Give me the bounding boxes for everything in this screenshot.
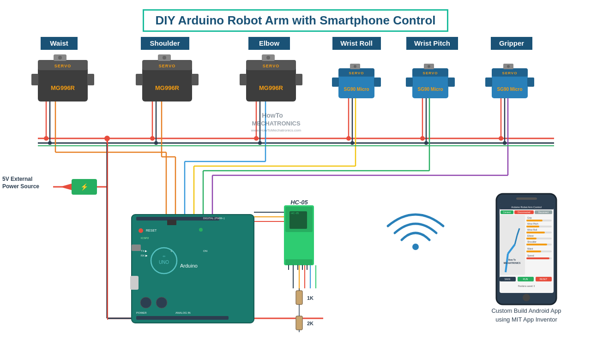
- svg-rect-192: [526, 238, 537, 239]
- svg-rect-0: [41, 37, 78, 50]
- svg-rect-200: [526, 257, 552, 259]
- svg-text:SG90 Micro: SG90 Micro: [497, 87, 522, 92]
- svg-point-57: [507, 65, 510, 68]
- svg-text:MG996R: MG996R: [155, 84, 180, 91]
- svg-rect-174: [500, 215, 525, 275]
- svg-rect-18: [31, 74, 38, 85]
- svg-text:2K: 2K: [307, 321, 314, 326]
- svg-text:Gripper: Gripper: [499, 39, 524, 47]
- svg-text:ANALOG IN: ANALOG IN: [175, 311, 191, 314]
- svg-line-176: [508, 245, 515, 254]
- svg-rect-202: [500, 277, 516, 281]
- svg-marker-78: [84, 185, 91, 189]
- svg-rect-162: [496, 194, 556, 304]
- svg-text:www.HowToMechatronics.com: www.HowToMechatronics.com: [251, 128, 302, 132]
- svg-line-178: [517, 228, 519, 235]
- svg-text:using MIT App Inventor: using MIT App Inventor: [495, 316, 557, 323]
- svg-rect-121: [132, 215, 254, 323]
- svg-point-224: [350, 141, 354, 145]
- svg-point-215: [150, 136, 155, 141]
- svg-rect-59: [527, 78, 534, 87]
- svg-rect-37: [338, 68, 374, 77]
- svg-marker-159: [60, 184, 72, 190]
- svg-rect-148: [285, 259, 313, 265]
- svg-rect-166: [500, 203, 554, 209]
- svg-text:HC-05: HC-05: [290, 199, 308, 206]
- svg-rect-185: [526, 226, 552, 227]
- svg-point-164: [523, 294, 530, 301]
- svg-point-218: [420, 136, 425, 141]
- svg-rect-40: [350, 64, 360, 69]
- svg-rect-206: [536, 277, 552, 281]
- svg-rect-189: [526, 232, 545, 233]
- svg-rect-53: [492, 68, 528, 77]
- svg-line-177: [515, 235, 517, 245]
- svg-rect-34: [240, 74, 247, 85]
- svg-point-226: [503, 141, 507, 145]
- svg-rect-52: [492, 68, 528, 98]
- svg-rect-12: [38, 60, 88, 101]
- svg-point-216: [254, 136, 259, 141]
- svg-text:Shoulder: Shoulder: [527, 240, 537, 243]
- svg-text:Waist: Waist: [527, 247, 533, 250]
- svg-text:RESET: RESET: [540, 278, 548, 280]
- svg-rect-110: [296, 291, 302, 304]
- svg-rect-26: [136, 74, 143, 85]
- svg-text:ICSP2: ICSP2: [141, 237, 149, 239]
- svg-line-175: [506, 254, 508, 272]
- svg-text:RUN: RUN: [523, 278, 528, 280]
- svg-rect-145: [285, 207, 313, 232]
- svg-text:Disconnect: Disconnect: [538, 211, 549, 214]
- svg-text:Wrist Pitch: Wrist Pitch: [414, 39, 450, 47]
- svg-point-142: [156, 297, 167, 308]
- svg-text:SAVE: SAVE: [505, 278, 511, 280]
- svg-text:Speed: Speed: [527, 254, 534, 257]
- svg-text:SERVO: SERVO: [159, 64, 175, 68]
- svg-rect-29: [246, 60, 296, 70]
- svg-text:Shoulder: Shoulder: [150, 39, 180, 47]
- svg-text:SG90 Micro: SG90 Micro: [417, 87, 443, 92]
- svg-text:UNO: UNO: [159, 260, 169, 265]
- svg-text:MECHATRONICS: MECHATRONICS: [504, 262, 520, 264]
- svg-rect-113: [296, 316, 302, 330]
- svg-rect-126: [136, 217, 219, 221]
- svg-rect-27: [192, 74, 199, 85]
- svg-rect-13: [38, 60, 88, 70]
- svg-point-214: [44, 136, 48, 141]
- svg-point-161: [412, 244, 419, 250]
- svg-rect-195: [526, 244, 547, 245]
- svg-text:SERVO: SERVO: [423, 71, 438, 75]
- wiring-diagram: Waist Shoulder Elbow Wrist Roll Wrist Pi…: [0, 0, 591, 364]
- svg-rect-4: [248, 37, 290, 50]
- svg-rect-198: [526, 251, 541, 252]
- svg-rect-201: [526, 257, 549, 259]
- svg-text:Wrist Roll: Wrist Roll: [340, 39, 373, 47]
- svg-text:Elbow: Elbow: [527, 234, 534, 237]
- svg-text:MECHATRONICS: MECHATRONICS: [252, 120, 301, 127]
- svg-point-17: [58, 56, 62, 60]
- svg-rect-28: [246, 60, 296, 101]
- svg-rect-42: [332, 78, 339, 87]
- svg-point-220: [104, 136, 110, 141]
- svg-rect-182: [526, 220, 552, 221]
- page-title: DIY Arduino Robot Arm with Smartphone Co…: [143, 9, 448, 32]
- svg-rect-168: [501, 210, 513, 214]
- svg-text:MG996R: MG996R: [259, 84, 283, 91]
- svg-point-25: [163, 56, 166, 60]
- svg-text:⚡: ⚡: [80, 183, 89, 191]
- svg-point-49: [428, 65, 430, 68]
- svg-text:HC-05: HC-05: [291, 212, 299, 215]
- svg-text:Grip: Grip: [527, 216, 532, 219]
- svg-rect-56: [503, 64, 513, 69]
- svg-rect-188: [526, 232, 552, 233]
- svg-rect-2: [141, 37, 189, 50]
- svg-rect-183: [526, 220, 543, 221]
- svg-rect-32: [262, 54, 275, 61]
- svg-point-222: [154, 141, 158, 145]
- svg-point-130: [199, 228, 203, 232]
- svg-point-41: [354, 65, 356, 68]
- svg-point-221: [48, 141, 52, 145]
- svg-rect-51: [448, 78, 455, 87]
- svg-point-217: [346, 136, 351, 141]
- svg-text:Power Source: Power Source: [2, 183, 39, 190]
